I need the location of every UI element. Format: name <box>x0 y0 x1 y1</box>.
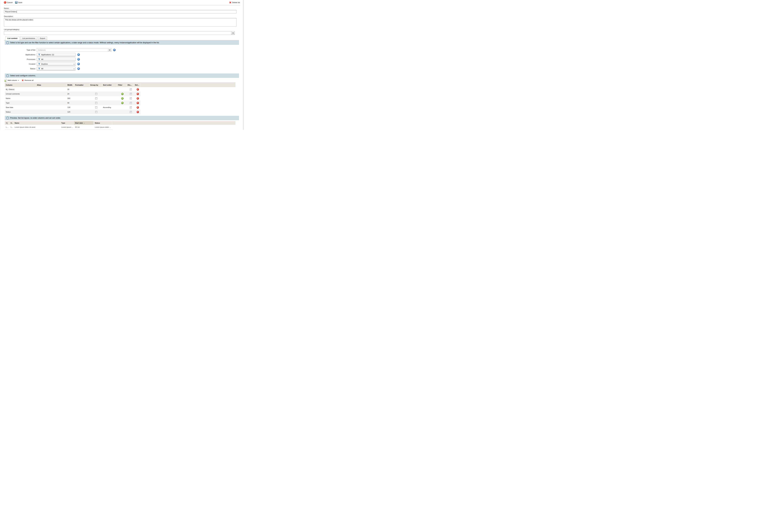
remove-all-button[interactable]: Remove all <box>22 79 33 81</box>
group-by-checkbox[interactable] <box>95 102 97 104</box>
group-by-checkbox[interactable] <box>95 106 97 108</box>
header-group-by[interactable]: Group by <box>89 83 102 87</box>
header-alias[interactable]: Alias <box>36 83 66 87</box>
cell-column: (Status) <box>8 88 14 90</box>
applications-label: Applications: <box>5 54 37 56</box>
remove-all-label: Remove all <box>24 79 33 81</box>
delete-row-icon[interactable]: ✕ <box>137 111 139 113</box>
cell-sort <box>102 101 117 105</box>
delete-row-icon[interactable]: ✕ <box>137 88 139 91</box>
help-icon[interactable]: ? <box>77 58 80 61</box>
table-row[interactable]: Status 120 ✓ ✕ <box>5 110 141 114</box>
group-by-checkbox[interactable] <box>95 97 97 99</box>
delete-row-icon[interactable]: ✕ <box>137 102 139 104</box>
help-icon[interactable]: ? <box>77 67 80 70</box>
list-item[interactable]: L... 1... Lorem ipsum dolor sit amet Lor… <box>5 125 113 130</box>
description-textarea[interactable]: This list shows all the placed orders <box>4 18 236 26</box>
group-by-checkbox[interactable] <box>95 111 97 113</box>
chevron-down-icon <box>109 49 110 51</box>
header-sort-order[interactable]: Sort order <box>102 83 117 87</box>
cell-sort <box>102 96 117 100</box>
cell-column: Name <box>5 96 36 100</box>
type-of-list-select[interactable]: Instances <box>37 48 111 52</box>
columns-info-bar: i Select and configure columns. <box>5 73 239 78</box>
displayed-checkbox[interactable]: ✓ <box>130 106 132 108</box>
delete-row-icon[interactable]: ✕ <box>137 97 139 100</box>
cell-width: 300 <box>66 96 74 100</box>
table-row[interactable]: Name 300 + ✓ ✕ <box>5 96 141 101</box>
cell-width: 120 <box>66 110 74 114</box>
cancel-button[interactable]: ✕ Cancel <box>4 1 13 4</box>
tab-list-content[interactable]: List content <box>5 36 19 41</box>
header-filter[interactable]: Filter <box>117 83 127 87</box>
preview-header-type[interactable]: Type <box>60 121 74 125</box>
help-icon[interactable]: ? <box>77 53 80 56</box>
columns-table: Column Alias Width Formatter Group by So… <box>5 82 244 114</box>
group-by-checkbox[interactable] <box>95 93 97 95</box>
header-width[interactable]: Width <box>66 83 74 87</box>
status-label: Status: <box>5 68 37 70</box>
preview-header-start-date[interactable]: Start date▲ <box>74 121 94 125</box>
type-select-button[interactable] <box>108 49 111 51</box>
add-column-button[interactable]: + Add column ▾ <box>5 79 19 82</box>
status-filter-dropdown[interactable]: All ▾ <box>37 67 76 71</box>
preview-cell: Lorem ipsum ... <box>60 126 74 128</box>
displayed-checkbox[interactable]: ✓ <box>130 111 132 113</box>
name-input[interactable]: Placed Orders <box>4 10 236 13</box>
add-filter-icon[interactable]: + <box>121 102 124 104</box>
header-formatter[interactable]: Formatter <box>74 83 89 87</box>
delete-row-icon[interactable]: ✕ <box>137 93 139 95</box>
delete-row-icon[interactable]: ✕ <box>137 106 139 108</box>
add-filter-icon[interactable]: + <box>121 97 124 100</box>
preview-header-flag[interactable] <box>5 121 10 125</box>
caret-down-icon: ▾ <box>74 68 74 70</box>
group-select-button[interactable] <box>231 31 235 35</box>
header-displayed[interactable]: Dis... <box>127 83 134 87</box>
info-icon: i <box>6 117 9 120</box>
table-row[interactable]: Unread comments 24 + ✓ ✕ <box>5 92 141 96</box>
preview-header-filler <box>112 121 235 125</box>
tab-list-permissions[interactable]: List permissions <box>20 36 37 40</box>
remove-all-icon <box>22 79 24 81</box>
description-label: Description: <box>4 15 240 17</box>
save-button[interactable]: Save <box>15 1 22 4</box>
columns-toolbar: + Add column ▾ Remove all <box>5 79 244 82</box>
preview-table-header: U.. Name Type Start date▲ Status <box>5 121 235 125</box>
add-column-label: Add column <box>8 79 17 81</box>
cell-width: 30 <box>66 87 74 91</box>
add-filter-icon[interactable]: + <box>121 93 124 95</box>
table-row[interactable]: Type 90 + ✓ ✕ <box>5 101 141 105</box>
header-column[interactable]: Column <box>5 83 36 87</box>
processes-filter-button[interactable]: All <box>37 58 76 61</box>
preview-header-status[interactable]: Status <box>94 121 112 125</box>
cell-alias <box>36 110 66 114</box>
help-icon[interactable]: ? <box>113 49 115 51</box>
preview-info-bar: i Preview. Set list layout, re-order col… <box>5 116 239 120</box>
displayed-checkbox[interactable]: ✓ <box>130 97 132 99</box>
table-row[interactable]: Start date 130 Ascending ✓ ✕ <box>5 105 141 110</box>
filter-funnel-icon <box>38 63 40 65</box>
created-filter-dropdown[interactable]: Anytime ▾ <box>37 62 76 66</box>
filter-form: Type of list: Instances ? Applications: … <box>5 48 244 71</box>
status-flag-icon <box>6 122 8 124</box>
delete-list-button[interactable]: Delete list <box>229 1 240 4</box>
list-item[interactable]: C... 2... Consectetur adipiscing elit Co… <box>5 130 113 130</box>
applications-filter-button[interactable]: Applications: (1) <box>37 53 76 57</box>
tab-export[interactable]: Export <box>38 36 47 40</box>
group-category-select[interactable] <box>4 31 235 35</box>
list-editor-page: ✕ Cancel Save Delete list Name: Placed O… <box>0 0 244 130</box>
vertical-scrollbar[interactable] <box>243 0 244 130</box>
displayed-checkbox[interactable]: ✓ <box>130 102 132 104</box>
displayed-checkbox[interactable]: ✓ <box>130 93 132 95</box>
cell-sort <box>102 110 117 114</box>
cell-sort <box>102 87 117 91</box>
preview-header-name[interactable]: Name <box>13 121 60 125</box>
table-row[interactable]: (Status) 30 ✓ ✕ <box>5 87 141 92</box>
columns-info-text: Select and configure columns. <box>10 75 36 77</box>
displayed-checkbox[interactable]: ✓ <box>130 88 132 90</box>
group-label: List group/category: <box>4 28 240 30</box>
header-filler <box>141 83 235 87</box>
help-icon[interactable]: ? <box>77 63 80 65</box>
preview-header-unread[interactable]: U.. <box>10 121 13 125</box>
header-delete[interactable]: Del... <box>134 83 141 87</box>
